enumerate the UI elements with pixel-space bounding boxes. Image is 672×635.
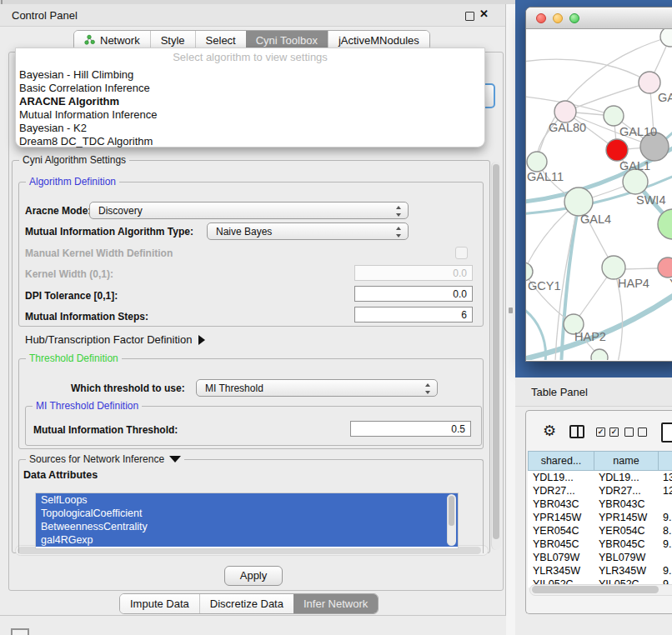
which-threshold-label: Which threshold to use: — [71, 382, 185, 394]
attribute-item[interactable]: gal4RGexp — [36, 533, 458, 547]
node-y-partial[interactable] — [658, 258, 672, 278]
combo-arrows-icon — [396, 206, 402, 217]
minimize-traffic-light[interactable] — [553, 13, 563, 23]
column-header[interactable] — [659, 452, 672, 471]
table-row[interactable]: YBL079WYBL079W — [528, 551, 672, 564]
table-row[interactable]: YDR27...YDR27...12 — [528, 484, 672, 498]
aracne-mode-value: Discovery — [98, 205, 143, 217]
algorithm-popup-placeholder: Select algorithm to view settings — [16, 51, 484, 63]
algorithm-option[interactable]: Bayesian - K2 — [19, 122, 87, 134]
network-icon — [84, 34, 95, 48]
node-bright-green[interactable] — [658, 209, 672, 239]
page-icon[interactable] — [661, 422, 672, 442]
hub-definition-label: Hub/Transcription Factor Definition — [25, 333, 192, 346]
node-gal1[interactable] — [606, 139, 628, 161]
algorithm-option[interactable]: Bayesian - Hill Climbing — [19, 68, 133, 81]
screen: Control Panel ✕ Network Style — [0, 0, 672, 635]
attributes-scrollbar-thumb[interactable] — [449, 496, 454, 526]
edge — [565, 82, 649, 112]
kernel-width-field[interactable]: 0.0 — [354, 265, 473, 281]
table-row[interactable]: YLR345WYLR345W9. — [528, 564, 672, 578]
mi-threshold-field[interactable]: 0.5 — [350, 421, 471, 437]
tab-infer-network[interactable]: Infer Network — [293, 594, 378, 613]
node-label: HAP4 — [618, 277, 649, 290]
attributes-list-scrollbar[interactable] — [447, 494, 456, 546]
node-label: SWI4 — [636, 193, 665, 207]
node-unlabeled[interactable] — [591, 349, 608, 360]
checked-checkbox-icon[interactable]: ✓ — [609, 428, 619, 437]
algorithm-option[interactable]: Dream8 DC_TDC Algorithm — [19, 135, 153, 148]
which-threshold-value: MI Threshold — [205, 382, 263, 394]
algorithm-dropdown-popup: Select algorithm to view settings Bayesi… — [15, 48, 485, 148]
cyni-algorithm-settings-title: Cyni Algorithm Settings — [19, 154, 129, 166]
algorithm-definition-title: Algorithm Definition — [26, 176, 119, 188]
kernel-width-label: Kernel Width (0,1): — [25, 268, 113, 280]
table-horizontal-scrollbar[interactable] — [529, 584, 672, 596]
unchecked-checkbox-icon[interactable] — [624, 428, 634, 437]
attribute-item[interactable]: SelfLoops — [36, 493, 458, 507]
manual-kernel-label: Manual Kernel Width Definition — [25, 248, 173, 259]
node-gal4[interactable] — [564, 188, 593, 216]
node-gal10[interactable] — [604, 106, 624, 126]
settings-vertical-scrollbar[interactable] — [491, 162, 501, 550]
splitter-handle-icon[interactable] — [509, 308, 513, 313]
node-swi4[interactable] — [623, 169, 648, 194]
column-header[interactable]: shared... — [529, 452, 594, 471]
dpi-tolerance-label: DPI Tolerance [0,1]: — [25, 290, 118, 302]
node-gcy1[interactable] — [526, 262, 533, 281]
tab-impute-data[interactable]: Impute Data — [120, 594, 199, 613]
node-unlabeled[interactable] — [660, 29, 672, 47]
node-label: GAL10 — [619, 125, 657, 138]
expand-right-icon — [198, 335, 205, 345]
network-window-titlebar[interactable] — [526, 8, 672, 29]
network-graph: GAL GAL80 GAL10 GAL1 GAL11 SWI4 GAL4 GCY… — [526, 29, 672, 360]
float-window-icon[interactable] — [465, 12, 474, 21]
table-row[interactable]: YER054CYER054C8. — [528, 524, 672, 538]
node-gal11[interactable] — [527, 152, 547, 172]
mi-steps-field[interactable]: 6 — [354, 307, 473, 322]
sources-group-title[interactable]: Sources for Network Inference — [26, 453, 184, 465]
tab-jactivemnodules-label: jActiveMNodules — [339, 34, 419, 47]
table-row[interactable]: YBR045CYBR045C9. — [528, 538, 672, 551]
table-hscrollbar-thumb[interactable] — [532, 586, 659, 593]
hub-definition-expander[interactable]: Hub/Transcription Factor Definition — [25, 333, 205, 346]
algorithm-option-selected[interactable]: ARACNE Algorithm — [19, 95, 119, 108]
attribute-item[interactable]: TopologicalCoefficient — [36, 507, 458, 520]
table-row[interactable]: YDL19...YDL19...13 — [528, 471, 672, 484]
partial-corner-icon[interactable] — [11, 628, 29, 635]
tab-discretize-data[interactable]: Discretize Data — [199, 594, 293, 613]
node-table: shared... name YDL19...YDL19...13 YDR27.… — [528, 451, 672, 588]
mi-type-combo[interactable]: Naive Bayes — [207, 222, 409, 240]
manual-kernel-checkbox[interactable] — [455, 247, 468, 259]
combo-arrows-icon — [396, 227, 402, 238]
settings-scrollbar-thumb[interactable] — [493, 164, 499, 539]
apply-button[interactable]: Apply — [224, 566, 283, 586]
bottom-tabbar: Impute Data Discretize Data Infer Networ… — [119, 593, 379, 614]
aracne-mode-combo[interactable]: Discovery — [89, 202, 409, 219]
tab-network-label: Network — [100, 34, 140, 47]
node-hap4[interactable] — [602, 256, 625, 279]
table-panel-window: ⚙ ✓ ✓ shared... name — [525, 410, 672, 614]
table-row[interactable]: YBR043CYBR043C — [528, 498, 672, 511]
dpi-tolerance-field[interactable]: 0.0 — [354, 286, 473, 302]
column-header[interactable]: name — [594, 452, 659, 471]
panel-gap — [506, 4, 515, 635]
algorithm-option[interactable]: Mutual Information Inference — [19, 108, 157, 121]
network-canvas[interactable]: GAL GAL80 GAL10 GAL1 GAL11 SWI4 GAL4 GCY… — [526, 29, 672, 360]
close-icon[interactable]: ✕ — [479, 8, 489, 20]
checked-checkbox-icon[interactable]: ✓ — [596, 428, 605, 437]
mi-steps-label: Mutual Information Steps: — [25, 311, 148, 322]
node-label: GAL — [658, 91, 672, 104]
node-gal80[interactable] — [554, 101, 576, 122]
zoom-traffic-light[interactable] — [569, 13, 579, 23]
attribute-item[interactable]: BetweennessCentrality — [36, 520, 458, 533]
close-traffic-light[interactable] — [536, 13, 546, 23]
data-attributes-list: SelfLoops TopologicalCoefficient Between… — [35, 492, 459, 549]
gear-icon[interactable]: ⚙ — [543, 422, 556, 440]
table-row[interactable]: YPR145WYPR145W9. — [528, 511, 672, 524]
control-panel-titlebar: Control Panel ✕ — [0, 4, 505, 27]
algorithm-option[interactable]: Basic Correlation Inference — [19, 82, 150, 94]
which-threshold-combo[interactable]: MI Threshold — [196, 379, 438, 397]
unchecked-checkbox-icon[interactable] — [638, 428, 647, 437]
split-columns-icon[interactable] — [569, 425, 584, 438]
